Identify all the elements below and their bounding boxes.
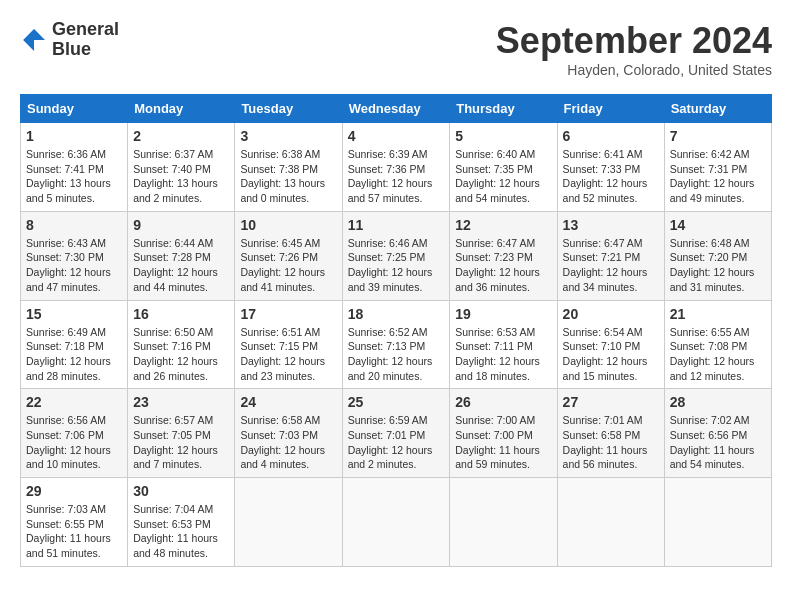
day-info: Sunrise: 7:00 AMSunset: 7:00 PMDaylight:… (455, 413, 551, 472)
day-info: Sunrise: 6:40 AMSunset: 7:35 PMDaylight:… (455, 147, 551, 206)
calendar-week-row: 15Sunrise: 6:49 AMSunset: 7:18 PMDayligh… (21, 300, 772, 389)
calendar-cell: 21Sunrise: 6:55 AMSunset: 7:08 PMDayligh… (664, 300, 771, 389)
day-info: Sunrise: 6:47 AMSunset: 7:21 PMDaylight:… (563, 236, 659, 295)
page-header: General Blue September 2024 Hayden, Colo… (20, 20, 772, 78)
calendar-cell: 1Sunrise: 6:36 AMSunset: 7:41 PMDaylight… (21, 123, 128, 212)
day-number: 17 (240, 306, 336, 322)
day-info: Sunrise: 6:44 AMSunset: 7:28 PMDaylight:… (133, 236, 229, 295)
day-number: 11 (348, 217, 445, 233)
calendar-cell: 24Sunrise: 6:58 AMSunset: 7:03 PMDayligh… (235, 389, 342, 478)
calendar-cell: 20Sunrise: 6:54 AMSunset: 7:10 PMDayligh… (557, 300, 664, 389)
day-number: 9 (133, 217, 229, 233)
day-info: Sunrise: 6:49 AMSunset: 7:18 PMDaylight:… (26, 325, 122, 384)
day-info: Sunrise: 6:41 AMSunset: 7:33 PMDaylight:… (563, 147, 659, 206)
calendar-cell (557, 478, 664, 567)
day-info: Sunrise: 7:04 AMSunset: 6:53 PMDaylight:… (133, 502, 229, 561)
day-number: 4 (348, 128, 445, 144)
day-info: Sunrise: 6:53 AMSunset: 7:11 PMDaylight:… (455, 325, 551, 384)
day-number: 30 (133, 483, 229, 499)
calendar-cell: 15Sunrise: 6:49 AMSunset: 7:18 PMDayligh… (21, 300, 128, 389)
day-info: Sunrise: 6:45 AMSunset: 7:26 PMDaylight:… (240, 236, 336, 295)
day-number: 19 (455, 306, 551, 322)
day-info: Sunrise: 6:51 AMSunset: 7:15 PMDaylight:… (240, 325, 336, 384)
day-number: 6 (563, 128, 659, 144)
day-number: 13 (563, 217, 659, 233)
day-info: Sunrise: 7:01 AMSunset: 6:58 PMDaylight:… (563, 413, 659, 472)
day-info: Sunrise: 6:54 AMSunset: 7:10 PMDaylight:… (563, 325, 659, 384)
day-number: 15 (26, 306, 122, 322)
calendar-cell: 9Sunrise: 6:44 AMSunset: 7:28 PMDaylight… (128, 211, 235, 300)
day-number: 14 (670, 217, 766, 233)
calendar-header-monday: Monday (128, 95, 235, 123)
calendar-header-row: SundayMondayTuesdayWednesdayThursdayFrid… (21, 95, 772, 123)
calendar: SundayMondayTuesdayWednesdayThursdayFrid… (20, 94, 772, 567)
day-info: Sunrise: 6:37 AMSunset: 7:40 PMDaylight:… (133, 147, 229, 206)
calendar-cell: 30Sunrise: 7:04 AMSunset: 6:53 PMDayligh… (128, 478, 235, 567)
day-info: Sunrise: 6:55 AMSunset: 7:08 PMDaylight:… (670, 325, 766, 384)
day-info: Sunrise: 6:36 AMSunset: 7:41 PMDaylight:… (26, 147, 122, 206)
calendar-cell: 14Sunrise: 6:48 AMSunset: 7:20 PMDayligh… (664, 211, 771, 300)
calendar-week-row: 1Sunrise: 6:36 AMSunset: 7:41 PMDaylight… (21, 123, 772, 212)
day-info: Sunrise: 6:46 AMSunset: 7:25 PMDaylight:… (348, 236, 445, 295)
logo-text: General Blue (52, 20, 119, 60)
day-number: 7 (670, 128, 766, 144)
calendar-cell: 7Sunrise: 6:42 AMSunset: 7:31 PMDaylight… (664, 123, 771, 212)
day-info: Sunrise: 6:38 AMSunset: 7:38 PMDaylight:… (240, 147, 336, 206)
calendar-cell: 27Sunrise: 7:01 AMSunset: 6:58 PMDayligh… (557, 389, 664, 478)
day-number: 24 (240, 394, 336, 410)
day-info: Sunrise: 6:59 AMSunset: 7:01 PMDaylight:… (348, 413, 445, 472)
month-title: September 2024 (496, 20, 772, 62)
calendar-cell: 18Sunrise: 6:52 AMSunset: 7:13 PMDayligh… (342, 300, 450, 389)
day-number: 20 (563, 306, 659, 322)
calendar-cell: 19Sunrise: 6:53 AMSunset: 7:11 PMDayligh… (450, 300, 557, 389)
title-block: September 2024 Hayden, Colorado, United … (496, 20, 772, 78)
calendar-header-friday: Friday (557, 95, 664, 123)
calendar-cell: 6Sunrise: 6:41 AMSunset: 7:33 PMDaylight… (557, 123, 664, 212)
day-info: Sunrise: 6:57 AMSunset: 7:05 PMDaylight:… (133, 413, 229, 472)
calendar-cell: 11Sunrise: 6:46 AMSunset: 7:25 PMDayligh… (342, 211, 450, 300)
calendar-cell: 3Sunrise: 6:38 AMSunset: 7:38 PMDaylight… (235, 123, 342, 212)
calendar-header-saturday: Saturday (664, 95, 771, 123)
day-info: Sunrise: 6:39 AMSunset: 7:36 PMDaylight:… (348, 147, 445, 206)
day-number: 10 (240, 217, 336, 233)
day-number: 21 (670, 306, 766, 322)
calendar-cell: 25Sunrise: 6:59 AMSunset: 7:01 PMDayligh… (342, 389, 450, 478)
calendar-cell: 13Sunrise: 6:47 AMSunset: 7:21 PMDayligh… (557, 211, 664, 300)
day-info: Sunrise: 6:58 AMSunset: 7:03 PMDaylight:… (240, 413, 336, 472)
day-number: 3 (240, 128, 336, 144)
day-number: 2 (133, 128, 229, 144)
calendar-cell: 23Sunrise: 6:57 AMSunset: 7:05 PMDayligh… (128, 389, 235, 478)
calendar-cell (342, 478, 450, 567)
day-info: Sunrise: 6:42 AMSunset: 7:31 PMDaylight:… (670, 147, 766, 206)
day-number: 12 (455, 217, 551, 233)
calendar-header-wednesday: Wednesday (342, 95, 450, 123)
day-info: Sunrise: 6:48 AMSunset: 7:20 PMDaylight:… (670, 236, 766, 295)
calendar-cell: 5Sunrise: 6:40 AMSunset: 7:35 PMDaylight… (450, 123, 557, 212)
day-number: 8 (26, 217, 122, 233)
day-number: 29 (26, 483, 122, 499)
calendar-cell: 2Sunrise: 6:37 AMSunset: 7:40 PMDaylight… (128, 123, 235, 212)
day-info: Sunrise: 6:47 AMSunset: 7:23 PMDaylight:… (455, 236, 551, 295)
day-info: Sunrise: 7:02 AMSunset: 6:56 PMDaylight:… (670, 413, 766, 472)
calendar-week-row: 29Sunrise: 7:03 AMSunset: 6:55 PMDayligh… (21, 478, 772, 567)
day-number: 27 (563, 394, 659, 410)
day-number: 18 (348, 306, 445, 322)
calendar-cell: 16Sunrise: 6:50 AMSunset: 7:16 PMDayligh… (128, 300, 235, 389)
logo: General Blue (20, 20, 119, 60)
day-number: 25 (348, 394, 445, 410)
calendar-cell: 8Sunrise: 6:43 AMSunset: 7:30 PMDaylight… (21, 211, 128, 300)
day-number: 16 (133, 306, 229, 322)
calendar-cell: 29Sunrise: 7:03 AMSunset: 6:55 PMDayligh… (21, 478, 128, 567)
calendar-header-sunday: Sunday (21, 95, 128, 123)
logo-icon (20, 26, 48, 54)
calendar-cell (664, 478, 771, 567)
calendar-cell (235, 478, 342, 567)
calendar-cell: 10Sunrise: 6:45 AMSunset: 7:26 PMDayligh… (235, 211, 342, 300)
day-info: Sunrise: 6:52 AMSunset: 7:13 PMDaylight:… (348, 325, 445, 384)
day-number: 1 (26, 128, 122, 144)
calendar-cell (450, 478, 557, 567)
calendar-header-thursday: Thursday (450, 95, 557, 123)
day-number: 26 (455, 394, 551, 410)
day-info: Sunrise: 6:56 AMSunset: 7:06 PMDaylight:… (26, 413, 122, 472)
calendar-week-row: 22Sunrise: 6:56 AMSunset: 7:06 PMDayligh… (21, 389, 772, 478)
